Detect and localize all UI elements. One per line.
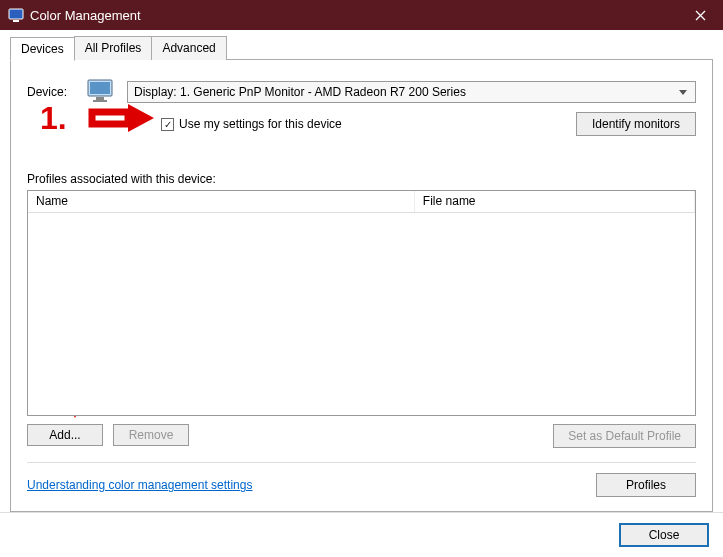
svg-rect-5 xyxy=(93,100,107,102)
set-default-profile-button: Set as Default Profile xyxy=(553,424,696,448)
list-body xyxy=(28,213,695,415)
identify-monitors-button[interactable]: Identify monitors xyxy=(576,112,696,136)
device-dropdown[interactable]: Display: 1. Generic PnP Monitor - AMD Ra… xyxy=(127,81,696,103)
tab-panel-devices: Device: Display: 1. Generic PnP Monitor … xyxy=(10,59,713,512)
close-button[interactable]: Close xyxy=(619,523,709,547)
use-my-settings-label: Use my settings for this device xyxy=(179,117,342,131)
remove-button: Remove xyxy=(113,424,189,446)
column-name[interactable]: Name xyxy=(28,191,415,212)
svg-rect-3 xyxy=(90,82,110,94)
column-file-name[interactable]: File name xyxy=(415,191,695,212)
add-button[interactable]: Add... xyxy=(27,424,103,446)
separator xyxy=(27,462,696,463)
titlebar: Color Management xyxy=(0,0,723,30)
app-icon xyxy=(8,7,24,23)
device-selected: Display: 1. Generic PnP Monitor - AMD Ra… xyxy=(134,85,466,99)
window-close-button[interactable] xyxy=(678,0,723,30)
list-header: Name File name xyxy=(28,191,695,213)
tab-strip: Devices All Profiles Advanced xyxy=(10,36,713,60)
use-my-settings-checkbox[interactable]: ✓ Use my settings for this device xyxy=(161,117,342,131)
svg-rect-0 xyxy=(9,9,23,19)
understanding-link[interactable]: Understanding color management settings xyxy=(27,478,252,492)
tab-devices[interactable]: Devices xyxy=(10,37,75,61)
monitor-icon xyxy=(85,78,119,106)
checkbox-box: ✓ xyxy=(161,118,174,131)
tab-all-profiles[interactable]: All Profiles xyxy=(74,36,153,60)
profiles-list[interactable]: Name File name xyxy=(27,190,696,416)
svg-rect-4 xyxy=(96,97,104,100)
svg-rect-1 xyxy=(13,20,19,22)
profiles-button[interactable]: Profiles xyxy=(596,473,696,497)
window-title: Color Management xyxy=(30,8,678,23)
tab-advanced[interactable]: Advanced xyxy=(151,36,226,60)
profiles-associated-label: Profiles associated with this device: xyxy=(27,172,696,186)
device-label: Device: xyxy=(27,85,77,99)
